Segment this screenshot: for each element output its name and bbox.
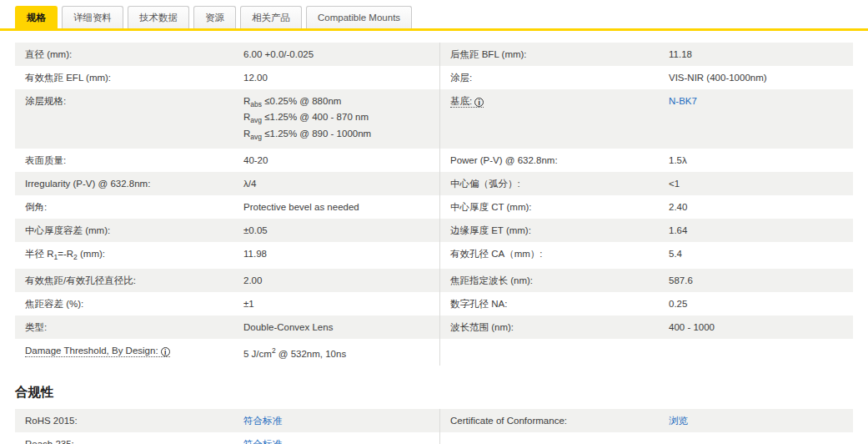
spec-value: 6.00 +0.0/-0.025: [233, 43, 439, 66]
spec-label: 涂层:: [439, 66, 659, 89]
spec-label-damage: Damage Threshold, By Design:i: [15, 339, 233, 366]
spec-row: 直径 (mm): 6.00 +0.0/-0.025 后焦距 BFL (mm): …: [15, 43, 853, 66]
spec-row: 有效焦距/有效孔径直径比: 2.00 焦距指定波长 (nm): 587.6: [15, 269, 853, 292]
spec-row: 有效焦距 EFL (mm): 12.00 涂层: VIS-NIR (400-10…: [15, 66, 853, 89]
spec-value: 12.00: [233, 66, 439, 89]
spec-value: N-BK7: [659, 89, 853, 149]
damage-tooltip-label[interactable]: Damage Threshold, By Design:i: [25, 346, 170, 357]
spec-value: ±0.05: [233, 219, 439, 242]
tab-accent-underline: [0, 28, 868, 31]
spec-value: 2.40: [659, 195, 853, 219]
spec-row: 中心厚度容差 (mm): ±0.05 边缘厚度 ET (mm): 1.64: [15, 219, 853, 242]
compliance-label: RoHS 2015:: [15, 409, 233, 432]
spec-value: 5.4: [659, 242, 853, 269]
spec-value: ±1: [233, 292, 439, 315]
spec-label: 数字孔径 NA:: [439, 292, 659, 315]
compliance-label: Reach 235:: [15, 432, 233, 444]
spec-label: 中心偏（弧分）:: [439, 172, 659, 195]
tab-specs[interactable]: 规格: [15, 6, 58, 28]
spec-label: 有效焦距/有效孔径直径比:: [15, 269, 233, 292]
tab-details[interactable]: 详细资料: [62, 6, 123, 28]
spec-row: Irregularity (P-V) @ 632.8nm: λ/4 中心偏（弧分…: [15, 172, 853, 195]
spec-value-coating: Rabs ≤0.25% @ 880nm Ravg ≤1.25% @ 400 - …: [233, 89, 439, 149]
spec-label: 表面质量:: [15, 149, 233, 172]
spec-label: 后焦距 BFL (mm):: [439, 43, 659, 66]
tab-related-products[interactable]: 相关产品: [240, 6, 302, 28]
spec-row: 表面质量: 40-20 Power (P-V) @ 632.8nm: 1.5λ: [15, 149, 853, 172]
info-icon[interactable]: i: [474, 98, 484, 107]
spec-value: 11.18: [659, 43, 853, 66]
compliance-value: 符合标准: [233, 409, 439, 432]
compliance-label: Certificate of Conformance:: [439, 409, 659, 432]
spec-value: 0.25: [659, 292, 853, 315]
spec-value-empty: [659, 339, 853, 366]
compliance-heading: 合规性: [15, 384, 853, 401]
spec-table: 直径 (mm): 6.00 +0.0/-0.025 后焦距 BFL (mm): …: [15, 43, 853, 366]
spec-value: VIS-NIR (400-1000nm): [659, 66, 853, 89]
spec-value: 1.64: [659, 219, 853, 242]
tab-resources[interactable]: 资源: [193, 6, 236, 28]
spec-label: 类型:: [15, 315, 233, 339]
spec-value: 40-20: [233, 149, 439, 172]
compliance-value: 浏览: [659, 409, 853, 432]
spec-value: 400 - 1000: [659, 315, 853, 339]
spec-label: 波长范围 (nm):: [439, 315, 659, 339]
spec-value: <1: [659, 172, 853, 195]
spec-label: Power (P-V) @ 632.8nm:: [439, 149, 659, 172]
compliance-row: RoHS 2015: 符合标准 Certificate of Conforman…: [15, 409, 853, 432]
spec-row: 倒角: Protective bevel as needed 中心厚度 CT (…: [15, 195, 853, 219]
spec-label: 涂层规格:: [15, 89, 233, 149]
tab-compatible-mounts[interactable]: Compatible Mounts: [306, 6, 412, 28]
spec-label: 有效孔径 CA（mm）:: [439, 242, 659, 269]
spec-row-coating: 涂层规格: Rabs ≤0.25% @ 880nm Ravg ≤1.25% @ …: [15, 89, 853, 149]
spec-label: 有效焦距 EFL (mm):: [15, 66, 233, 89]
compliance-label-empty: [439, 432, 659, 444]
spec-value-damage: 5 J/cm2 @ 532nm, 10ns: [233, 339, 439, 366]
spec-label: 倒角:: [15, 195, 233, 219]
spec-row: 焦距容差 (%): ±1 数字孔径 NA: 0.25: [15, 292, 853, 315]
reach-link[interactable]: 符合标准: [243, 439, 282, 444]
compliance-table: RoHS 2015: 符合标准 Certificate of Conforman…: [15, 409, 853, 444]
spec-label: Irregularity (P-V) @ 632.8nm:: [15, 172, 233, 195]
compliance-row: Reach 235: 符合标准: [15, 432, 853, 444]
spec-label: 直径 (mm):: [15, 43, 233, 66]
spec-label-substrate: 基底:i: [439, 89, 659, 149]
tab-technical-data[interactable]: 技术数据: [128, 6, 189, 28]
spec-value: 11.98: [233, 242, 439, 269]
spec-value: 587.6: [659, 269, 853, 292]
substrate-link[interactable]: N-BK7: [669, 96, 697, 106]
substrate-tooltip-label[interactable]: 基底:i: [450, 96, 484, 108]
spec-label: 边缘厚度 ET (mm):: [439, 219, 659, 242]
spec-value: 1.5λ: [659, 149, 853, 172]
spec-label-empty: [439, 339, 659, 366]
info-icon[interactable]: i: [161, 347, 170, 356]
spec-label: 焦距容差 (%):: [15, 292, 233, 315]
compliance-value-empty: [659, 432, 853, 444]
tab-bar: 规格 详细资料 技术数据 资源 相关产品 Compatible Mounts: [0, 0, 868, 31]
spec-value: Double-Convex Lens: [233, 315, 439, 339]
spec-label: 焦距指定波长 (nm):: [439, 269, 659, 292]
rohs-link[interactable]: 符合标准: [243, 416, 282, 426]
spec-value: 2.00: [233, 269, 439, 292]
spec-value: λ/4: [233, 172, 439, 195]
spec-value: Protective bevel as needed: [233, 195, 439, 219]
spec-row: 类型: Double-Convex Lens 波长范围 (nm): 400 - …: [15, 315, 853, 339]
spec-row-radius: 半径 R1=-R2 (mm): 11.98 有效孔径 CA（mm）: 5.4: [15, 242, 853, 269]
certificate-link[interactable]: 浏览: [669, 416, 688, 426]
spec-label: 中心厚度 CT (mm):: [439, 195, 659, 219]
spec-label: 中心厚度容差 (mm):: [15, 219, 233, 242]
compliance-value: 符合标准: [233, 432, 439, 444]
spec-row-damage: Damage Threshold, By Design:i 5 J/cm2 @ …: [15, 339, 853, 366]
spec-label-radius: 半径 R1=-R2 (mm):: [15, 242, 233, 269]
